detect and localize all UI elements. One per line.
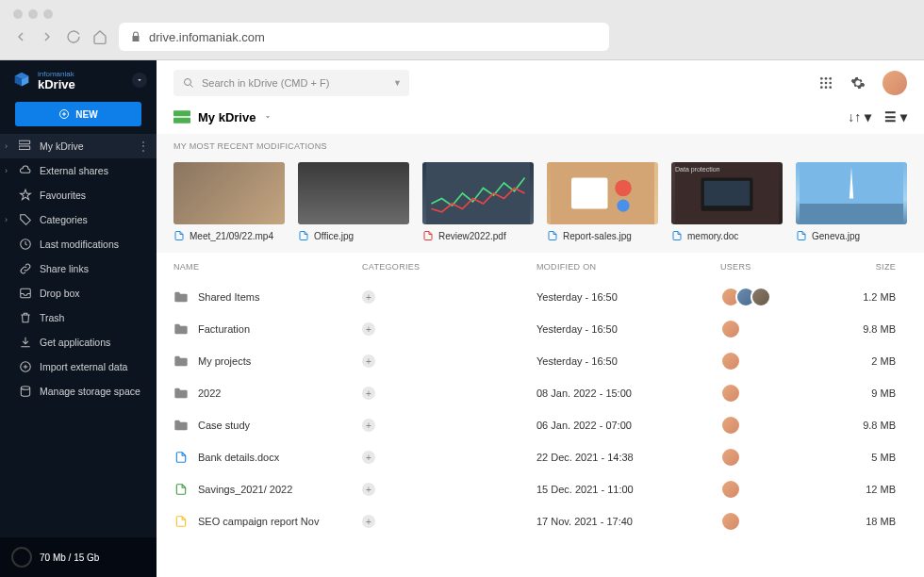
users-stack[interactable] xyxy=(720,383,824,404)
col-users[interactable]: USERS xyxy=(720,262,824,272)
file-icon xyxy=(173,230,185,241)
row-name: SEO campaign report Nov xyxy=(198,516,319,527)
add-category-button[interactable]: + xyxy=(362,419,375,432)
table-row[interactable]: Case study+06 Jan. 2022 - 07:009.8 MB xyxy=(157,409,924,441)
more-icon[interactable]: ⋮ xyxy=(138,140,149,153)
sidebar-item-label: Categories xyxy=(40,214,88,225)
sidebar-item-get-applications[interactable]: Get applications xyxy=(0,330,157,354)
add-category-button[interactable]: + xyxy=(362,451,375,464)
table-row[interactable]: Bank details.docx+22 Dec. 2021 - 14:385 … xyxy=(157,441,924,473)
thumbnail-item[interactable]: Data protectionmemory.doc xyxy=(671,162,783,241)
table-row[interactable]: Facturation+Yesterday - 16:509.8 MB xyxy=(157,313,924,345)
reload-icon[interactable] xyxy=(66,29,81,44)
search-icon xyxy=(183,77,194,89)
url-bar[interactable]: drive.infomaniak.com xyxy=(119,23,609,51)
row-size: 1.2 MB xyxy=(824,291,907,303)
chevron-down-icon[interactable] xyxy=(263,112,272,122)
add-category-button[interactable]: + xyxy=(362,322,375,336)
url-text: drive.infomaniak.com xyxy=(149,30,265,44)
brand[interactable]: infomaniak kDrive xyxy=(0,60,157,100)
maximize-dot[interactable] xyxy=(43,9,53,19)
table-row[interactable]: Savings_2021/ 2022+15 Dec. 2021 - 11:001… xyxy=(157,473,924,505)
close-dot[interactable] xyxy=(13,9,23,19)
col-size[interactable]: SIZE xyxy=(824,262,907,272)
sidebar-item-label: Trash xyxy=(40,312,64,323)
forward-icon[interactable] xyxy=(40,29,55,44)
thumbnail-name: Review2022.pdf xyxy=(438,231,506,241)
row-name: Bank details.docx xyxy=(198,452,279,463)
row-modified: 22 Dec. 2021 - 14:38 xyxy=(536,452,720,463)
sidebar-item-trash[interactable]: Trash xyxy=(0,305,157,330)
users-stack[interactable] xyxy=(720,479,824,500)
add-category-button[interactable]: + xyxy=(362,515,375,528)
row-size: 9.8 MB xyxy=(824,323,907,335)
search-input[interactable]: Search in kDrive (CMD + F) ▼ xyxy=(173,70,409,96)
gear-icon[interactable] xyxy=(850,75,866,91)
col-modified[interactable]: MODIFIED ON xyxy=(536,262,720,272)
users-stack[interactable] xyxy=(720,447,824,468)
thumbnail-item[interactable]: Office.jpg xyxy=(298,162,409,241)
table-row[interactable]: 2022+08 Jan. 2022 - 15:009 MB xyxy=(157,377,924,409)
brand-dropdown[interactable] xyxy=(132,73,147,88)
table-row[interactable]: Shared Items+Yesterday - 16:501.2 MB xyxy=(157,281,924,313)
users-stack[interactable] xyxy=(720,511,824,532)
sidebar-item-share-links[interactable]: Share links xyxy=(0,256,157,281)
row-name: Facturation xyxy=(198,323,250,335)
storage-indicator[interactable]: 70 Mb / 15 Gb xyxy=(0,537,157,577)
view-toggle-button[interactable]: ☰ ▾ xyxy=(884,109,907,124)
user-avatar[interactable] xyxy=(883,71,907,95)
sidebar-item-my-kdrive[interactable]: ›My kDrive⋮ xyxy=(0,134,157,158)
chevron-right-icon: › xyxy=(5,215,8,224)
thumbnail-image xyxy=(422,162,534,224)
sidebar-item-import-external-data[interactable]: Import external data xyxy=(0,354,157,379)
new-button[interactable]: NEW xyxy=(15,102,141,126)
disk-icon xyxy=(19,385,32,398)
add-category-button[interactable]: + xyxy=(362,387,375,400)
col-categories[interactable]: CATEGORIES xyxy=(362,262,536,272)
thumbnail-name: Report-sales.jpg xyxy=(563,231,632,241)
search-dropdown-icon[interactable]: ▼ xyxy=(393,78,402,88)
svg-point-15 xyxy=(829,86,832,89)
row-modified: 08 Jan. 2022 - 15:00 xyxy=(536,387,720,399)
home-icon[interactable] xyxy=(92,29,107,44)
back-icon[interactable] xyxy=(13,29,28,44)
thumbnail-item[interactable]: Review2022.pdf xyxy=(422,162,534,241)
storage-ring-icon xyxy=(11,547,32,568)
recent-thumbnails: Meet_21/09/22.mp4Office.jpgReview2022.pd… xyxy=(157,157,924,253)
row-name: Shared Items xyxy=(198,291,259,303)
sidebar-item-favourites[interactable]: Favourites xyxy=(0,183,157,207)
sidebar-item-manage-storage-space[interactable]: Manage storage space xyxy=(0,379,157,404)
apps-grid-icon[interactable] xyxy=(818,75,833,91)
users-stack[interactable] xyxy=(720,351,824,371)
row-modified: 17 Nov. 2021 - 17:40 xyxy=(536,516,720,527)
row-modified: Yesterday - 16:50 xyxy=(536,291,720,303)
file-icon xyxy=(173,483,189,496)
col-name[interactable]: NAME xyxy=(173,262,362,272)
download-icon xyxy=(19,336,32,349)
svg-point-22 xyxy=(617,200,629,212)
thumbnail-item[interactable]: Geneva.jpg xyxy=(796,162,907,241)
sidebar-item-last-modifications[interactable]: Last modifications xyxy=(0,232,157,256)
sidebar-item-drop-box[interactable]: Drop box xyxy=(0,281,157,305)
user-avatar-small xyxy=(720,479,741,500)
sidebar-item-external-shares[interactable]: ›External shares xyxy=(0,158,157,183)
table-row[interactable]: SEO campaign report Nov+17 Nov. 2021 - 1… xyxy=(157,505,924,537)
table-row[interactable]: My projects+Yesterday - 16:502 MB xyxy=(157,345,924,377)
new-button-label: NEW xyxy=(75,109,97,120)
thumbnail-item[interactable]: Report-sales.jpg xyxy=(547,162,658,241)
row-size: 5 MB xyxy=(824,452,907,463)
users-stack[interactable] xyxy=(720,287,824,307)
add-category-button[interactable]: + xyxy=(362,483,375,496)
thumbnail-item[interactable]: Meet_21/09/22.mp4 xyxy=(173,162,285,241)
row-size: 12 MB xyxy=(824,484,907,495)
users-stack[interactable] xyxy=(720,415,824,436)
add-category-button[interactable]: + xyxy=(362,354,375,368)
user-avatar-small xyxy=(720,447,741,468)
sort-button[interactable]: ↓↑ ▾ xyxy=(848,109,871,124)
sidebar-item-categories[interactable]: ›Categories xyxy=(0,207,157,232)
svg-rect-27 xyxy=(800,204,903,224)
add-category-button[interactable]: + xyxy=(362,290,375,304)
users-stack[interactable] xyxy=(720,319,824,339)
lock-icon xyxy=(130,31,141,42)
minimize-dot[interactable] xyxy=(28,9,38,19)
